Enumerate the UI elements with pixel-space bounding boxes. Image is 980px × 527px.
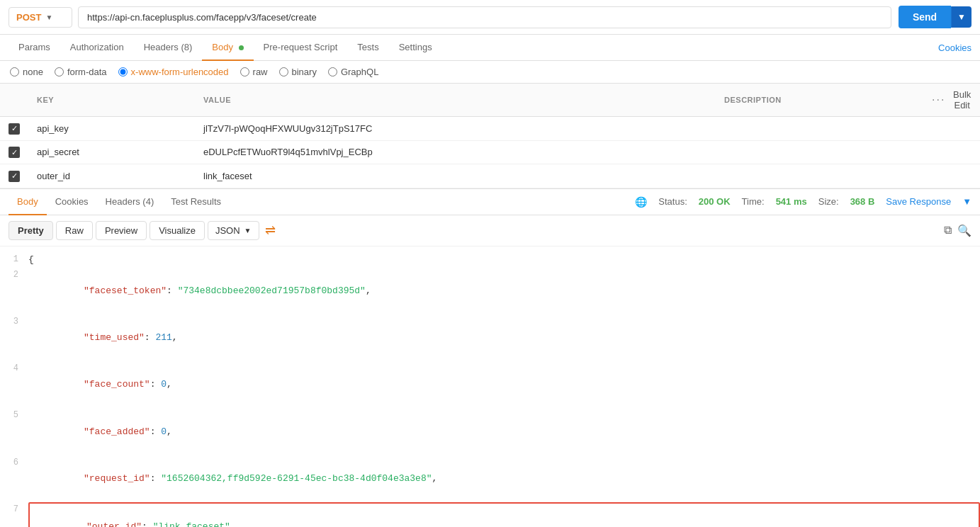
row-value-3[interactable]: link_faceset: [195, 164, 716, 188]
row-key-3[interactable]: outer_id: [28, 164, 195, 188]
code-line-2: 2 "faceset_token": "734e8dcbbee2002ed719…: [0, 268, 980, 314]
send-btn-wrapper: Send ▼: [899, 6, 971, 28]
time-value: 541 ms: [776, 196, 807, 207]
method-label: POST: [16, 12, 41, 23]
table-row: api_secret eDULPcfETWuoRT9l4q51mvhlVpj_E…: [0, 140, 980, 164]
body-type-graphql[interactable]: GraphQL: [328, 67, 378, 77]
code-line-3: 3 "time_used": 211,: [0, 314, 980, 361]
th-checkbox: [0, 84, 28, 117]
bulk-edit-button[interactable]: Bulk Edit: [952, 89, 971, 110]
row-checkbox-1[interactable]: [9, 123, 20, 135]
method-select[interactable]: POST ▼: [9, 7, 72, 28]
th-description: DESCRIPTION: [716, 84, 923, 117]
table-row: outer_id link_faceset: [0, 164, 980, 188]
resp-toolbar: Pretty Raw Preview Visualize JSON ▼ ⇌ ⧉ …: [0, 215, 980, 246]
top-bar: POST ▼ Send ▼: [0, 0, 980, 35]
row-desc-1[interactable]: [716, 117, 923, 141]
resp-tab-test-results[interactable]: Test Results: [162, 189, 230, 215]
resp-tab-body[interactable]: Body: [9, 189, 47, 215]
body-dot: [239, 45, 244, 50]
row-checkbox-3[interactable]: [9, 171, 20, 182]
format-preview-button[interactable]: Preview: [96, 221, 147, 240]
globe-icon: 🌐: [635, 196, 647, 208]
save-response-button[interactable]: Save Response: [886, 196, 951, 207]
format-visualize-button[interactable]: Visualize: [150, 221, 205, 240]
th-key: KEY: [28, 84, 195, 117]
response-tabs-row: Body Cookies Headers (4) Test Results 🌐 …: [0, 189, 980, 215]
body-type-none[interactable]: none: [10, 67, 43, 77]
params-section: KEY VALUE DESCRIPTION ··· Bulk Edit api_…: [0, 84, 980, 189]
code-line-4: 4 "face_count": 0,: [0, 361, 980, 408]
code-line-1: 1 {: [0, 252, 980, 268]
body-type-urlencoded[interactable]: x-www-form-urlencoded: [118, 67, 229, 77]
status-label: Status:: [658, 196, 687, 207]
json-type-label: JSON: [215, 225, 240, 236]
th-actions: ··· Bulk Edit: [923, 84, 980, 117]
format-pretty-button[interactable]: Pretty: [9, 221, 53, 240]
row-key-1[interactable]: api_key: [28, 117, 195, 141]
row-desc-2[interactable]: [716, 140, 923, 164]
more-options-button[interactable]: ···: [932, 94, 945, 106]
json-type-arrow: ▼: [244, 227, 252, 234]
code-area: 1 { 2 "faceset_token": "734e8dcbbee2002e…: [0, 246, 980, 528]
body-type-raw[interactable]: raw: [240, 67, 268, 77]
tab-body[interactable]: Body: [202, 35, 253, 61]
params-table: KEY VALUE DESCRIPTION ··· Bulk Edit api_…: [0, 84, 980, 188]
resp-tab-cookies[interactable]: Cookies: [47, 189, 97, 215]
resp-status-row: 🌐 Status: 200 OK Time: 541 ms Size: 368 …: [635, 196, 971, 208]
body-type-binary[interactable]: binary: [279, 67, 317, 77]
body-type-form-data[interactable]: form-data: [55, 67, 107, 77]
method-dropdown-arrow: ▼: [45, 13, 64, 21]
send-dropdown-button[interactable]: ▼: [951, 6, 971, 28]
tab-headers[interactable]: Headers (8): [134, 35, 203, 61]
resp-tab-headers[interactable]: Headers (4): [97, 189, 163, 215]
wrap-button[interactable]: ⇌: [265, 222, 276, 238]
time-label: Time:: [742, 196, 765, 207]
code-line-7: 7 "outer_id": "link_faceset",: [0, 502, 980, 527]
search-button[interactable]: 🔍: [957, 224, 971, 237]
code-line-6: 6 "request_id": "1652604362,ff9d592e-629…: [0, 455, 980, 502]
code-line-5: 5 "face_added": 0,: [0, 408, 980, 455]
row-checkbox-2[interactable]: [9, 147, 20, 158]
body-type-row: none form-data x-www-form-urlencoded raw…: [0, 61, 980, 84]
tab-authorization[interactable]: Authorization: [60, 35, 134, 61]
tab-pre-request[interactable]: Pre-request Script: [254, 35, 348, 61]
resp-actions: ⧉ 🔍: [944, 224, 971, 237]
row-value-1[interactable]: jlTzV7l-pWQoqHFXWUUgv312jTpS17FC: [195, 117, 716, 141]
tab-params[interactable]: Params: [9, 35, 60, 61]
cookies-link[interactable]: Cookies: [938, 42, 971, 53]
tab-tests[interactable]: Tests: [347, 35, 388, 61]
format-raw-button[interactable]: Raw: [56, 221, 93, 240]
size-value: 368 B: [850, 196, 875, 207]
copy-button[interactable]: ⧉: [944, 224, 952, 237]
json-type-select[interactable]: JSON ▼: [208, 221, 259, 240]
table-row: api_key jlTzV7l-pWQoqHFXWUUgv312jTpS17FC: [0, 117, 980, 141]
th-value: VALUE: [195, 84, 716, 117]
size-label: Size:: [818, 196, 839, 207]
save-response-arrow[interactable]: ▼: [962, 196, 971, 207]
url-input[interactable]: [78, 6, 891, 28]
send-button[interactable]: Send: [899, 6, 951, 28]
tab-settings[interactable]: Settings: [389, 35, 442, 61]
row-desc-3[interactable]: [716, 164, 923, 188]
status-value: 200 OK: [699, 196, 731, 207]
row-value-2[interactable]: eDULPcfETWuoRT9l4q51mvhlVpj_ECBp: [195, 140, 716, 164]
request-tabs-row: Params Authorization Headers (8) Body Pr…: [0, 35, 980, 61]
row-key-2[interactable]: api_secret: [28, 140, 195, 164]
